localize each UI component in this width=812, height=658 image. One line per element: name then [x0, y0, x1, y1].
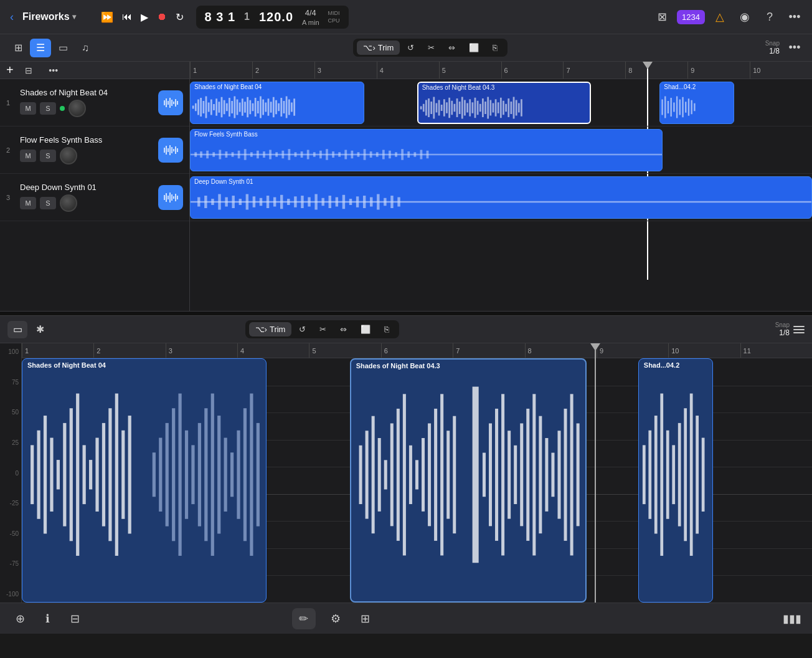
track-icon-2[interactable]	[158, 138, 183, 163]
volume-knob-2[interactable]	[60, 147, 77, 164]
track-number-button[interactable]: 1234	[677, 10, 705, 24]
clip-1a[interactable]: Shades of Night Beat 04	[190, 82, 364, 124]
solo-button-2[interactable]: S	[40, 150, 56, 162]
trim-tool-button[interactable]: ⌥› Trim	[357, 41, 400, 55]
scissor-tool-button[interactable]: ✂	[422, 41, 441, 55]
mixer-button[interactable]: ⊞	[356, 609, 375, 629]
more-icon[interactable]: •••	[785, 7, 805, 27]
volume-knob-1[interactable]	[68, 100, 86, 117]
account-icon[interactable]: ◉	[735, 7, 755, 27]
loop-button[interactable]: ↻	[176, 11, 184, 23]
svg-rect-143	[206, 151, 209, 159]
svg-rect-206	[377, 194, 379, 210]
svg-rect-194	[294, 196, 296, 207]
snap-value[interactable]: 1/8	[769, 47, 780, 55]
svg-rect-132	[673, 103, 674, 112]
select-tool-button[interactable]: ⬜	[463, 41, 485, 55]
copy-tool-button[interactable]: ⎘	[486, 41, 504, 55]
clip-1c[interactable]: Shad...04.2	[659, 82, 734, 124]
svg-rect-274	[570, 394, 573, 555]
bottom-clip-2[interactable]: Shades of Night Beat 04.3	[350, 358, 587, 603]
bottom-snap-value[interactable]: 1/8	[779, 328, 790, 337]
track-icon-1[interactable]	[158, 90, 183, 115]
settings-button[interactable]: ⚙	[326, 609, 346, 629]
loop-icon[interactable]: △	[710, 7, 730, 27]
bottom-trim-icon: ⌥›	[255, 325, 267, 334]
bottom-clip-3[interactable]: Shad...04.2	[638, 358, 714, 603]
panels-button[interactable]: ⊟	[65, 609, 85, 629]
list-view-button[interactable]: ☰	[30, 39, 51, 57]
edit-pencil-button[interactable]: ✏	[292, 608, 316, 629]
svg-rect-120	[503, 101, 504, 115]
undo-button[interactable]: ⊠	[652, 7, 672, 27]
right-controls: ⊠ 1234 △ ◉ ? •••	[652, 7, 805, 27]
solo-button-3[interactable]: S	[40, 197, 56, 209]
bottom-copy-tool[interactable]: ⎘	[378, 322, 395, 336]
fast-forward-button[interactable]: ⏩	[101, 11, 113, 23]
svg-rect-198	[321, 198, 324, 206]
track-folder-button[interactable]: ⊟	[19, 60, 39, 80]
bottom-trim-tool[interactable]: ⌥› Trim	[249, 322, 292, 336]
help-icon[interactable]: ?	[760, 7, 780, 27]
record-arm-1[interactable]	[60, 106, 65, 111]
add-track-button[interactable]: +	[6, 63, 14, 77]
track-controls-1: M S	[20, 100, 153, 117]
project-dropdown-chevron[interactable]: ▾	[72, 12, 76, 21]
volume-knob-3[interactable]	[60, 194, 77, 212]
record-button[interactable]: ⏺	[157, 11, 167, 22]
project-name-label: Fireworks	[22, 11, 70, 22]
svg-rect-200	[336, 198, 338, 207]
more-options-button[interactable]: •••	[785, 38, 805, 58]
clip-1b[interactable]: Shades of Night Beat 04.3	[417, 82, 592, 124]
clip-2a[interactable]: Flow Feels Synth Bass	[190, 129, 663, 171]
bottom-view-button-1[interactable]: ▭	[7, 321, 27, 338]
bottom-ruler-11: 11	[740, 343, 812, 358]
svg-rect-258	[453, 416, 456, 533]
svg-rect-167	[357, 152, 360, 157]
svg-rect-196	[308, 198, 310, 207]
mute-button-3[interactable]: M	[20, 197, 36, 209]
svg-rect-64	[234, 97, 235, 118]
bottom-ruler-2: 2	[93, 343, 165, 358]
grid-view-button[interactable]: ⊞	[7, 39, 29, 57]
piano-view-button[interactable]: ♫	[75, 39, 96, 57]
svg-rect-68	[244, 102, 246, 113]
svg-rect-254	[428, 423, 431, 526]
svg-rect-174	[401, 149, 404, 160]
svg-rect-225	[128, 416, 131, 533]
bottom-loop-tool[interactable]: ↺	[293, 322, 312, 336]
track-icon-3[interactable]	[158, 185, 183, 210]
svg-rect-256	[440, 394, 443, 555]
y-75: 75	[2, 379, 19, 386]
svg-rect-134	[679, 100, 681, 115]
mute-button-1[interactable]: M	[20, 102, 36, 115]
library-button[interactable]: ⊕	[10, 609, 30, 629]
bottom-select-tool[interactable]: ⬜	[354, 322, 377, 336]
clip-3a[interactable]: Deep Down Synth 01	[190, 176, 812, 219]
solo-button-1[interactable]: S	[40, 102, 56, 115]
svg-rect-155	[281, 151, 284, 159]
svg-rect-100	[451, 101, 453, 115]
svg-rect-124	[512, 97, 514, 119]
svg-rect-169	[370, 151, 372, 158]
mute-button-2[interactable]: M	[20, 150, 36, 162]
bottom-clip-1[interactable]: Shades of Night Beat 04	[22, 358, 267, 603]
bottom-scissor-tool[interactable]: ✂	[313, 322, 333, 336]
loop-tool-button[interactable]: ↺	[401, 41, 420, 55]
level-meter-button[interactable]: ▮▮▮	[782, 609, 802, 629]
rewind-button[interactable]: ⏮	[122, 11, 132, 22]
stretch-tool-button[interactable]: ⇔	[442, 41, 461, 55]
window-view-button[interactable]: ▭	[52, 39, 73, 57]
svg-rect-164	[338, 152, 341, 157]
hamburger-menu[interactable]	[793, 326, 805, 333]
svg-rect-270	[545, 438, 548, 512]
info-button[interactable]: ℹ	[37, 609, 57, 629]
svg-rect-163	[332, 151, 334, 158]
back-button[interactable]: ‹	[7, 8, 16, 26]
svg-rect-135	[682, 97, 684, 118]
ruler-mark-3: 3	[314, 62, 377, 79]
bottom-stretch-tool[interactable]: ⇔	[334, 322, 353, 336]
play-button[interactable]: ▶	[141, 11, 148, 23]
track-more-button[interactable]: •••	[44, 60, 64, 80]
bottom-view-button-2[interactable]: ✱	[30, 321, 50, 338]
